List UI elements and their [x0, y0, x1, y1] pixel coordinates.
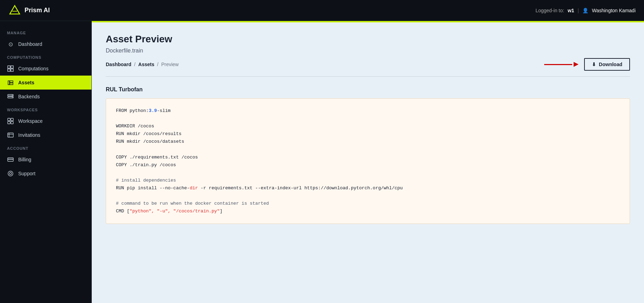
assets-icon	[7, 79, 14, 86]
section-workspaces: WORKSPACES	[0, 104, 91, 114]
code-line-blank-4	[116, 192, 620, 200]
download-button[interactable]: ⬇ Download	[584, 58, 630, 71]
asset-section-label: RUL Turbofan	[106, 86, 630, 93]
code-line-comment-1: # install dependencies	[116, 177, 620, 184]
nav-divider: |	[578, 8, 579, 13]
sidebar-label-billing: Billing	[18, 157, 31, 162]
svg-rect-11	[11, 118, 13, 121]
download-label: Download	[599, 62, 622, 67]
svg-rect-14	[8, 133, 13, 137]
sidebar: MANAGE ⊙ Dashboard COMPUTATIONS Computat…	[0, 21, 92, 303]
sidebar-item-invitations[interactable]: Invitations	[0, 128, 91, 142]
code-line-7: RUN pip install --no-cache-dir -r requir…	[116, 184, 620, 192]
user-name: Washington Kamadi	[592, 8, 636, 13]
svg-rect-13	[11, 121, 13, 124]
svg-rect-4	[8, 69, 10, 71]
sidebar-item-assets[interactable]: Assets	[0, 76, 91, 90]
user-icon: 👤	[582, 8, 588, 13]
dashboard-icon: ⊙	[7, 41, 14, 48]
breadcrumb-actions: ⬇ Download	[544, 58, 630, 71]
sidebar-item-workspace[interactable]: Workspace	[0, 114, 91, 128]
breadcrumb-assets: Assets	[138, 62, 154, 67]
code-line-2: WORKDIR /cocos	[116, 122, 620, 130]
code-line-blank-2	[116, 146, 620, 153]
breadcrumb-sep-2: /	[156, 62, 160, 67]
breadcrumb-preview: Preview	[161, 62, 179, 67]
sidebar-label-backends: Backends	[18, 94, 40, 99]
breadcrumb-dashboard: Dashboard	[106, 62, 131, 67]
sidebar-label-invitations: Invitations	[18, 132, 40, 138]
workspace-id: w1	[568, 8, 574, 13]
code-line-blank-3	[116, 169, 620, 177]
main-layout: MANAGE ⊙ Dashboard COMPUTATIONS Computat…	[0, 21, 644, 303]
arrow-line	[544, 64, 572, 65]
file-subtitle: Dockerfile.train	[106, 48, 630, 54]
sidebar-item-support[interactable]: Support	[0, 167, 91, 181]
svg-point-8	[12, 95, 13, 96]
logo-icon	[8, 4, 21, 17]
support-icon	[7, 170, 14, 177]
invitations-icon	[7, 132, 14, 139]
code-line-6: COPY ./train.py /cocos	[116, 161, 620, 169]
red-arrow-annotation	[544, 62, 579, 67]
svg-marker-0	[10, 6, 20, 14]
svg-point-19	[8, 171, 13, 176]
workspace-icon	[7, 118, 14, 125]
logged-in-label: Logged-in to:	[535, 8, 564, 13]
svg-rect-5	[11, 69, 13, 71]
section-account: ACCOUNT	[0, 142, 91, 153]
breadcrumb: Dashboard / Assets / Preview	[106, 62, 179, 67]
page-title: Asset Preview	[106, 34, 630, 45]
code-line-1: FROM python:3.9-slim	[116, 107, 620, 115]
svg-rect-12	[8, 121, 10, 124]
svg-rect-2	[8, 66, 10, 68]
code-line-8: CMD ["python", "-u", "/cocos/train.py"]	[116, 207, 620, 215]
backends-icon	[7, 93, 14, 100]
section-manage: MANAGE	[0, 27, 91, 37]
navbar: Prism AI Logged-in to: w1 | 👤 Washington…	[0, 0, 644, 21]
sidebar-label-workspace: Workspace	[18, 118, 43, 124]
sidebar-label-support: Support	[18, 171, 35, 176]
svg-rect-10	[8, 118, 10, 121]
brand: Prism AI	[8, 4, 50, 17]
billing-icon	[7, 156, 14, 163]
sidebar-item-backends[interactable]: Backends	[0, 90, 91, 104]
content-inner: Asset Preview Dockerfile.train Dashboard…	[92, 22, 644, 303]
svg-rect-3	[11, 66, 13, 68]
computations-icon	[7, 65, 14, 72]
sidebar-item-billing[interactable]: Billing	[0, 153, 91, 167]
content-area: Asset Preview Dockerfile.train Dashboard…	[92, 21, 644, 303]
breadcrumb-row: Dashboard / Assets / Preview ⬇ Download	[106, 58, 630, 77]
code-line-4: RUN mkdir /cocos/datasets	[116, 138, 620, 146]
section-computations: COMPUTATIONS	[0, 51, 91, 62]
arrow-head	[574, 62, 579, 67]
sidebar-item-computations[interactable]: Computations	[0, 62, 91, 76]
navbar-right: Logged-in to: w1 | 👤 Washington Kamadi	[535, 8, 636, 13]
code-line-blank-1	[116, 115, 620, 122]
svg-point-20	[9, 172, 12, 175]
brand-name: Prism AI	[25, 7, 50, 14]
breadcrumb-sep-1: /	[133, 62, 137, 67]
code-block: FROM python:3.9-slim WORKDIR /cocos RUN …	[106, 98, 630, 224]
sidebar-item-dashboard[interactable]: ⊙ Dashboard	[0, 37, 91, 51]
svg-point-9	[12, 97, 13, 98]
sidebar-label-assets: Assets	[18, 80, 34, 85]
sidebar-label-computations: Computations	[18, 66, 48, 71]
sidebar-label-dashboard: Dashboard	[18, 41, 42, 47]
code-line-3: RUN mkdir /cocos/results	[116, 130, 620, 138]
download-icon: ⬇	[592, 62, 596, 67]
code-line-comment-2: # command to be run when the docker cont…	[116, 200, 620, 207]
code-line-5: COPY ./requirements.txt /cocos	[116, 154, 620, 161]
